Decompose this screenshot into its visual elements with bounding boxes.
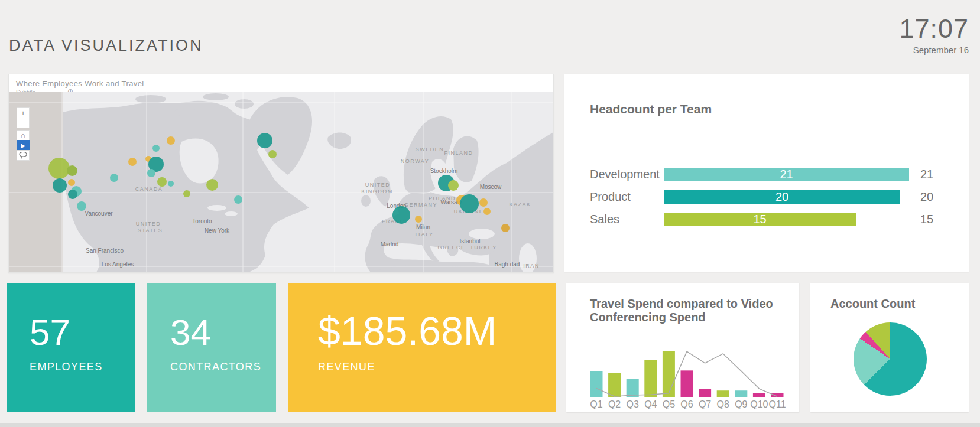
map-bubble[interactable] [152, 145, 160, 152]
travel-bar-q10[interactable] [753, 393, 765, 397]
map-region-label: FINLAND [444, 150, 473, 156]
map-city-label: Bagh dad [495, 261, 520, 268]
map-bubble[interactable] [48, 158, 70, 179]
travel-tick-label: Q8 [717, 399, 729, 409]
travel-tick-label: Q2 [608, 399, 621, 409]
travel-bar-q2[interactable] [608, 373, 621, 397]
travel-bar-q5[interactable] [663, 351, 675, 397]
map-region-label: GREECE [437, 245, 465, 250]
kpi-card-employees[interactable]: 57EMPLOYEES [7, 283, 135, 412]
map-bubble[interactable] [234, 195, 242, 204]
map-bubble[interactable] [257, 133, 272, 148]
map-bubble[interactable] [128, 158, 137, 166]
map-region-label: NORWAY [401, 158, 429, 164]
map-bubble[interactable] [167, 136, 175, 145]
kpi-label: REVENUE [318, 361, 375, 373]
travel-tick-label: Q10 [750, 399, 768, 409]
map-bubble[interactable] [68, 179, 75, 186]
map-region-label: UNITED [136, 221, 161, 227]
travel-bar-q9[interactable] [735, 390, 747, 397]
travel-bar-q4[interactable] [644, 360, 657, 397]
map-region-label: TURKEY [470, 245, 497, 250]
headcount-value-label: 21 [920, 168, 933, 181]
map-region-label: KAZAK [509, 201, 531, 207]
travel-spend-panel: Travel Spend compared to Video Conferenc… [566, 283, 799, 412]
kpi-label: CONTRACTORS [170, 361, 261, 373]
map-panel: Where Employees Work and Travel Subtitle… [8, 74, 554, 273]
map-controls: +−⌂▶ [17, 108, 30, 161]
map-region-label: IRAN [523, 263, 540, 269]
lasso-button[interactable] [17, 150, 30, 161]
headcount-bar[interactable]: 20 [664, 190, 900, 204]
map-region-label: CANADA [135, 186, 163, 192]
map-bubble[interactable] [501, 224, 510, 232]
map-bubble[interactable] [53, 178, 67, 193]
map-bubble[interactable] [460, 194, 479, 213]
headcount-bar-value: 21 [780, 168, 793, 181]
map-bubble[interactable] [268, 150, 277, 158]
map-bubble[interactable] [415, 216, 422, 223]
map-bubble[interactable] [147, 169, 155, 177]
map-region-label: KINGDOM [361, 188, 393, 194]
map-city-label: Madrid [381, 241, 399, 247]
map-city-label: Vancouver [85, 210, 113, 217]
account-count-pie[interactable] [854, 322, 927, 396]
map-region-label: STATES [138, 227, 163, 233]
map-bubble[interactable] [183, 190, 190, 197]
headcount-row: Sales1515 [564, 213, 969, 226]
map-bubble[interactable] [479, 198, 488, 207]
map-city-label: Moscow [480, 184, 502, 190]
headcount-bar[interactable]: 21 [664, 168, 909, 181]
headcount-bar[interactable]: 15 [664, 213, 856, 226]
world-map: CANADAUNITEDSTATESSWEDENFINLANDNORWAYUNI… [9, 92, 553, 272]
travel-bar-q3[interactable] [627, 379, 639, 397]
kpi-label: EMPLOYEES [30, 361, 103, 373]
headcount-panel: Headcount per Team Development2121Produc… [564, 74, 969, 272]
headcount-value-label: 20 [920, 190, 933, 204]
travel-tick-label: Q7 [699, 399, 711, 409]
travel-bar-q6[interactable] [681, 370, 693, 397]
travel-bar-q1[interactable] [590, 371, 603, 397]
map-city-label: New York [205, 227, 230, 234]
headcount-category-label: Product [590, 190, 631, 204]
map-region-label: ITALY [415, 232, 433, 237]
map-bubble[interactable] [77, 201, 86, 211]
map-bubble[interactable] [168, 181, 174, 187]
travel-tick-label: Q3 [627, 399, 639, 409]
map-city-label: San Francisco [86, 247, 124, 254]
travel-tick-label: Q5 [663, 399, 675, 409]
zoom-out-button[interactable]: − [17, 118, 30, 128]
bottom-edge [0, 423, 980, 427]
kpi-value: $185.68M [318, 311, 497, 351]
travel-tick-label: Q9 [735, 399, 747, 409]
headcount-bar-value: 20 [775, 190, 788, 203]
zoom-in-button[interactable]: + [17, 107, 30, 118]
lasso-icon [19, 151, 27, 159]
kpi-value: 34 [170, 314, 211, 351]
pan-button[interactable]: ▶ [17, 140, 30, 151]
headcount-row: Development2121 [564, 168, 969, 181]
map-bubble[interactable] [68, 190, 77, 199]
clock: 17:07 September 16 [899, 15, 969, 55]
map-bubble[interactable] [157, 177, 167, 187]
map-bubble[interactable] [448, 180, 459, 191]
map-region-label: UNITED [365, 182, 391, 188]
map-city-label: Stockholm [430, 168, 458, 174]
map-city-label: Los Angeles [102, 261, 134, 268]
map-bubble[interactable] [110, 174, 118, 182]
travel-bar-q7[interactable] [699, 389, 711, 397]
map-bubble[interactable] [392, 206, 410, 224]
map-title: Where Employees Work and Travel [16, 79, 144, 88]
travel-tick-label: Q6 [680, 399, 693, 409]
kpi-card-contractors[interactable]: 34CONTRACTORS [147, 283, 276, 412]
map-bubble[interactable] [206, 179, 218, 191]
map-bubble[interactable] [67, 165, 77, 176]
kpi-card-revenue[interactable]: $185.68MREVENUE [288, 283, 556, 412]
map-region-label: SWEDEN [416, 146, 444, 152]
kpi-value: 57 [30, 314, 70, 351]
map-viewport[interactable]: CANADAUNITEDSTATESSWEDENFINLANDNORWAYUNI… [9, 92, 553, 272]
map-bubble[interactable] [483, 208, 491, 215]
home-button[interactable]: ⌂ [17, 130, 30, 141]
headcount-category-label: Sales [590, 213, 619, 226]
travel-bar-q8[interactable] [717, 390, 729, 397]
